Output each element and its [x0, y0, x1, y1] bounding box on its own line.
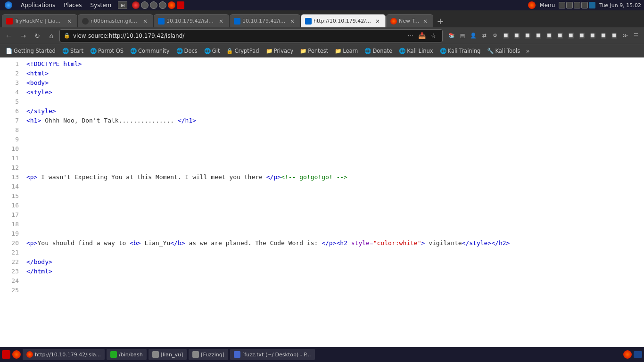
- forward-button[interactable]: →: [17, 30, 29, 42]
- bookmark-kali-linux[interactable]: 🌐 Kali Linux: [396, 47, 436, 55]
- parrot-icon[interactable]: [3, 1, 14, 9]
- tab-close-2[interactable]: ×: [141, 17, 149, 25]
- tab-source[interactable]: http://10.10.179.42/island/ ×: [301, 14, 386, 27]
- tab-close-6[interactable]: ×: [421, 17, 429, 25]
- url-display[interactable]: view-source:http://10.10.179.42/island/: [73, 33, 403, 39]
- line-6: 6 </style>: [0, 107, 644, 116]
- app-icon-1[interactable]: [132, 1, 140, 9]
- bookmark-git[interactable]: 🌐 Git: [201, 47, 223, 55]
- reload-button[interactable]: ↻: [31, 30, 43, 42]
- browser-window: TryHackMe | Lian_Yu × n00bmasterr.github…: [0, 10, 644, 362]
- line-24: 24: [0, 276, 644, 286]
- taskbar-ff-icon[interactable]: [623, 350, 632, 359]
- home-button[interactable]: ⌂: [45, 30, 58, 42]
- bookmark-getting-started[interactable]: 📄 Getting Started: [3, 47, 58, 55]
- firefox-tray-icon[interactable]: [528, 1, 536, 9]
- line-12: 12: [0, 163, 644, 173]
- taskbar-fuzzing-item[interactable]: [Fuzzing]: [189, 349, 228, 360]
- bookmark-icon-community: 🌐: [130, 48, 137, 54]
- addon-8-icon[interactable]: 🔲: [577, 31, 587, 41]
- app-icon-6[interactable]: [177, 1, 184, 9]
- line-21: 21: [0, 248, 644, 257]
- addon-2-icon[interactable]: 🔲: [512, 31, 522, 41]
- tab-favicon-4: [234, 18, 240, 25]
- line-25: 25: [0, 286, 644, 295]
- clock: Tue Jun 9, 15:02: [599, 2, 641, 8]
- app-icon-2[interactable]: [141, 1, 149, 9]
- sys-icon-3: [574, 2, 580, 8]
- tab-close-4[interactable]: ×: [289, 17, 296, 25]
- bookmark-start[interactable]: 🌐 Start: [59, 47, 86, 55]
- tab-n00b[interactable]: n00bmasterr.github.io/wri... ×: [78, 14, 153, 27]
- account-icon[interactable]: 👤: [468, 31, 479, 41]
- taskbar-icon-1[interactable]: [2, 350, 10, 359]
- bookmark-pentest[interactable]: 📁 Pentest: [297, 47, 331, 55]
- app-icon-4[interactable]: [159, 1, 166, 9]
- places-menu[interactable]: Places: [62, 1, 83, 9]
- addon-5-icon[interactable]: 🔲: [544, 31, 554, 41]
- bookmark-icon-getting-started: 📄: [6, 48, 12, 54]
- pocket-icon[interactable]: 📥: [417, 31, 427, 41]
- bookmark-docs[interactable]: 🌐 Docs: [173, 47, 200, 55]
- bookmark-kali-tools[interactable]: 🔧 Kali Tools: [484, 47, 523, 55]
- extensions-icon[interactable]: ⚙: [490, 31, 500, 41]
- addon-3-icon[interactable]: 🔲: [522, 31, 533, 41]
- firefox-icon[interactable]: [168, 1, 175, 9]
- taskbar-sys-icon[interactable]: [634, 351, 642, 358]
- overflow-icon[interactable]: ≫: [620, 31, 630, 41]
- sidebar-icon[interactable]: ▤: [457, 31, 468, 41]
- system-menu[interactable]: System: [88, 1, 113, 9]
- terminal-icon[interactable]: ⊞: [118, 1, 127, 9]
- sync-icon[interactable]: ⇄: [479, 31, 489, 41]
- tab-close-3[interactable]: ×: [217, 17, 225, 25]
- addon-1-icon[interactable]: 🔲: [501, 31, 511, 41]
- reader-mode-icon[interactable]: ⋯: [405, 31, 416, 41]
- source-view: 1 <!DOCTYPE html> 2 <html> 3 <body> 4 <s…: [0, 58, 644, 362]
- address-bar[interactable]: 🔒 view-source:http://10.10.179.42/island…: [59, 29, 443, 42]
- bookmark-star-icon[interactable]: ☆: [428, 31, 438, 41]
- bookmark-learn[interactable]: 📁 Learn: [332, 47, 361, 55]
- toolbar-icons: 📚 ▤ 👤 ⇄ ⚙ 🔲 🔲 🔲 🔲 🔲 🔲 🔲 🔲 🔲 🔲 🔲 ≫ ☰: [446, 31, 641, 41]
- line-2: 2 <html>: [0, 69, 644, 78]
- taskbar-browser-item[interactable]: http://10.10.179.42/isla...: [23, 349, 105, 360]
- bookmark-privacy[interactable]: 📁 Privacy: [263, 47, 297, 55]
- bookmark-icon-kali-tools: 🔧: [487, 48, 494, 54]
- addon-7-icon[interactable]: 🔲: [566, 31, 576, 41]
- addon-6-icon[interactable]: 🔲: [555, 31, 565, 41]
- line-9: 9: [0, 135, 644, 144]
- taskbar-bash-item[interactable]: /bin/bash: [107, 349, 147, 360]
- tab-favicon-1: [6, 18, 13, 25]
- back-button[interactable]: ←: [3, 30, 15, 42]
- taskbar-fuzz-item[interactable]: [fuzz.txt (~/ Desktop) - P...: [230, 349, 315, 360]
- menu-label[interactable]: Menu: [539, 2, 555, 8]
- line-16: 16: [0, 201, 644, 210]
- tab-close-1[interactable]: ×: [66, 17, 73, 25]
- bookmark-icon-kali: 🌐: [399, 48, 405, 54]
- new-tab-button[interactable]: +: [434, 14, 447, 27]
- addon-4-icon[interactable]: 🔲: [533, 31, 544, 41]
- bookmark-kali-training[interactable]: 🌐 Kali Training: [437, 47, 484, 55]
- taskbar-folder-icon-2: [192, 351, 199, 358]
- bookmarks-overflow[interactable]: »: [524, 46, 532, 56]
- tab-newtab[interactable]: New Tab ×: [386, 14, 433, 27]
- addon-9-icon[interactable]: 🔲: [587, 31, 598, 41]
- bookmark-icon-learn: 📁: [335, 48, 341, 54]
- line-18: 18: [0, 220, 644, 229]
- addon-11-icon[interactable]: 🔲: [609, 31, 619, 41]
- applications-menu[interactable]: Applications: [19, 1, 57, 9]
- library-icon[interactable]: 📚: [446, 31, 457, 41]
- taskbar-lianyu-item[interactable]: [lian_yu]: [149, 349, 187, 360]
- tab-tryhackme[interactable]: TryHackMe | Lian_Yu ×: [2, 14, 77, 27]
- hamburger-menu[interactable]: ☰: [631, 31, 641, 41]
- bookmark-donate[interactable]: 🌐 Donate: [362, 47, 395, 55]
- addon-10-icon[interactable]: 🔲: [598, 31, 609, 41]
- tab-title-3: 10.10.179.42/island/2100/: [166, 18, 215, 24]
- taskbar-firefox-icon[interactable]: [12, 350, 21, 359]
- app-icon-3[interactable]: [150, 1, 157, 9]
- bookmark-community[interactable]: 🌐 Community: [127, 47, 173, 55]
- tab-island[interactable]: 10.10.179.42/island/ ×: [230, 14, 300, 27]
- bookmark-cryptpad[interactable]: 🔒 CryptPad: [223, 47, 262, 55]
- tab-island-2100[interactable]: 10.10.179.42/island/2100/ ×: [154, 14, 229, 27]
- tab-close-5[interactable]: ×: [374, 17, 381, 25]
- bookmark-parrot-os[interactable]: 🌐 Parrot OS: [87, 47, 126, 55]
